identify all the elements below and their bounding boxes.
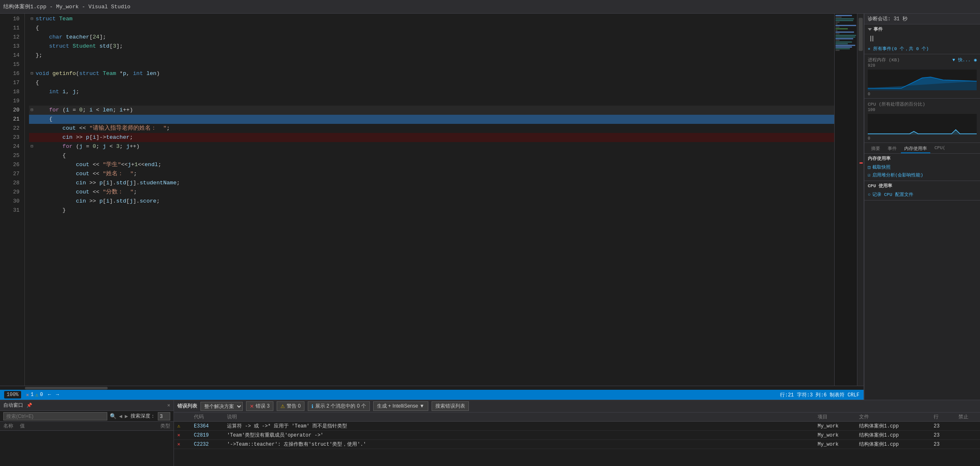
ln-30: 30 — [0, 197, 19, 206]
code-line-30: cin >> p[i].std[j].score; — [29, 197, 834, 206]
events-link[interactable]: ✳ 所有事件(0 个，共 0 个) — [868, 46, 929, 52]
code-line-10: ⊟ struct Team — [29, 14, 834, 24]
error-line-2: 23 — [930, 432, 955, 438]
memory-details: 内存使用率 ◫ 截取快照 ☑ 启用堆分析(会影响性能) — [864, 154, 980, 181]
memory-title-row: 进程内存 (KB) ▼ 快... ◉ — [868, 56, 977, 63]
code-line-15 — [29, 60, 834, 69]
col-disable-header[interactable]: 禁止 — [955, 413, 980, 420]
error-count-btn[interactable]: ✕ 错误 3 — [246, 401, 273, 411]
col-file-header[interactable]: 文件 — [856, 413, 930, 420]
tab-events[interactable]: 事件 — [884, 145, 900, 153]
fold-31 — [29, 208, 35, 213]
code-line-16: ⊟ void getinfo(struct Team *p, int len) — [29, 69, 834, 78]
error-line-1: 23 — [930, 423, 955, 429]
info-icon-btn: ℹ — [311, 403, 314, 409]
col-code-header[interactable]: 代码 — [191, 413, 224, 420]
nav-forward-search[interactable]: ▶ — [125, 413, 128, 420]
cpu-details: CPU 使用率 ○ 记录 CPU 配置文件 — [864, 181, 980, 200]
cpu-profile-link[interactable]: ○ 记录 CPU 配置文件 — [868, 191, 977, 198]
snapshot-icon: ◫ — [868, 164, 871, 170]
fold-10[interactable]: ⊟ — [29, 16, 35, 22]
tab-memory[interactable]: 内存使用率 — [901, 145, 930, 153]
nav-back-search[interactable]: ◀ — [119, 413, 122, 420]
memory-speed[interactable]: ▼ 快... — [952, 57, 970, 63]
ln-22: 22 — [0, 124, 19, 133]
diag-tabs: 摘要 事件 内存使用率 CPU( — [864, 143, 980, 154]
code-line-13: struct Student std[3]; — [29, 42, 834, 51]
error-list-pane: 错误列表 整个解决方案 ✕ 错误 3 ⚠ 警告 0 ℹ 展示 2 个消息中的 0… — [174, 400, 980, 466]
warning-count-btn[interactable]: ⚠ 警告 0 — [277, 401, 304, 411]
error-row-2[interactable]: ✕ C2819 'Team'类型没有重载成员'operator ->' My_w… — [174, 431, 980, 440]
code-line-20: ⊟ for (i = 0; i < len; i++) — [29, 106, 834, 115]
fold-16[interactable]: ⊟ — [29, 71, 35, 77]
fold-17 — [29, 80, 35, 86]
info-count-btn[interactable]: ℹ 展示 2 个消息中的 0 个 — [308, 401, 370, 411]
error-code-3: C2232 — [191, 442, 224, 447]
error-line-3: 23 — [930, 442, 955, 447]
nav-forward[interactable]: → — [56, 392, 59, 398]
col-line-header[interactable]: 行 — [930, 413, 955, 420]
build-intellisense-btn[interactable]: 生成 + IntelliSense ▼ — [373, 401, 428, 411]
memory-max: 920 — [868, 63, 875, 68]
memory-min: 0 — [868, 92, 870, 97]
fold-21 — [29, 116, 35, 122]
build-dropdown-icon[interactable]: ▼ — [420, 403, 425, 409]
events-title: 事件 — [868, 26, 977, 32]
diag-header: 诊断会话: 31 秒 — [864, 14, 980, 24]
code-line-18: int i, j; — [29, 87, 834, 97]
heap-link[interactable]: ☑ 启用堆分析(会影响性能) — [868, 171, 977, 179]
error-code-1: E3364 — [191, 423, 224, 429]
editor-scrollbar[interactable] — [857, 14, 864, 386]
auto-window-body — [0, 431, 174, 466]
bottom-panel: 自动窗口 📌 ✕ 🔍 ◀ ▶ 搜索深度： 名称 值 类型 错误列表 整个解决方案 — [0, 400, 980, 466]
tab-cpu[interactable]: CPU( — [931, 145, 949, 153]
nav-back[interactable]: ← — [48, 392, 51, 398]
code-line-31: } — [29, 206, 834, 215]
code-line-22: cout << "请输入指导老师的姓名： "; — [29, 124, 834, 133]
col-name: 名称 — [0, 423, 17, 430]
error-row-1[interactable]: ⚠ E3364 运算符 -> 或 ->* 应用于 'Team' 而不是指针类型 … — [174, 422, 980, 431]
fold-19 — [29, 98, 35, 104]
zoom-level[interactable]: 100% — [4, 391, 21, 398]
ln-13: 13 — [0, 42, 19, 51]
ln-19: 19 — [0, 97, 19, 106]
error-scope-filter[interactable]: 整个解决方案 — [200, 402, 243, 411]
code-content[interactable]: ⊟ struct Team { char teacher[24]; s — [25, 14, 834, 386]
col-desc-header[interactable]: 说明 — [224, 413, 814, 420]
auto-search-input[interactable] — [3, 412, 107, 420]
events-collapse[interactable] — [868, 28, 872, 31]
code-line-26: cout << "学生"<<j+1<<endl; — [29, 160, 834, 169]
col-proj-header[interactable]: 项目 — [814, 413, 856, 420]
code-line-23: cin >> p[i]->teacher; — [29, 133, 834, 142]
error-row-3[interactable]: ✕ C2232 '->Team::teacher': 左操作数有'struct'… — [174, 440, 980, 449]
ln-14: 14 — [0, 51, 19, 60]
fold-24[interactable]: ⊟ — [29, 144, 35, 150]
close-auto-window[interactable]: ✕ — [167, 402, 170, 408]
auto-window: 自动窗口 📌 ✕ 🔍 ◀ ▶ 搜索深度： 名称 值 类型 — [0, 400, 174, 466]
pin-btn[interactable]: 📌 — [27, 403, 32, 408]
search-errors-btn[interactable]: 搜索错误列表 — [432, 401, 469, 411]
events-section: 事件 ⏸ ✳ 所有事件(0 个，共 0 个) — [864, 24, 980, 54]
error-list-header: 代码 说明 项目 文件 行 禁止 — [174, 413, 980, 422]
error-code-2: C2819 — [191, 432, 224, 438]
editor-pane: 10 11 12 13 14 15 16 17 18 19 20 21 22 2… — [0, 14, 864, 400]
col-type: 类型 — [157, 423, 174, 430]
code-area[interactable]: 10 11 12 13 14 15 16 17 18 19 20 21 22 2… — [0, 14, 864, 386]
error-icon-2: ✕ — [174, 432, 191, 438]
svg-rect-2 — [868, 114, 977, 135]
search-depth-input[interactable] — [158, 412, 170, 420]
code-line-19 — [29, 97, 834, 106]
editor-horizontal-scrollbar[interactable] — [0, 386, 864, 390]
ln-17: 17 — [0, 78, 19, 87]
cpu-section: CPU (所有处理器的百分比) 100 0 — [864, 99, 980, 143]
heap-icon: ☑ — [868, 172, 871, 178]
ln-15: 15 — [0, 60, 19, 69]
error-icon-btn: ✕ — [250, 403, 254, 409]
fold-20[interactable]: ⊟ — [29, 107, 35, 113]
warning-icon: ⚠ — [35, 392, 38, 398]
memory-option2[interactable]: ◉ — [974, 57, 977, 63]
snapshot-link[interactable]: ◫ 截取快照 — [868, 163, 977, 171]
cpu-max: 100 — [868, 108, 875, 112]
tab-summary[interactable]: 摘要 — [868, 145, 883, 153]
pause-btn[interactable]: ⏸ — [868, 34, 876, 44]
